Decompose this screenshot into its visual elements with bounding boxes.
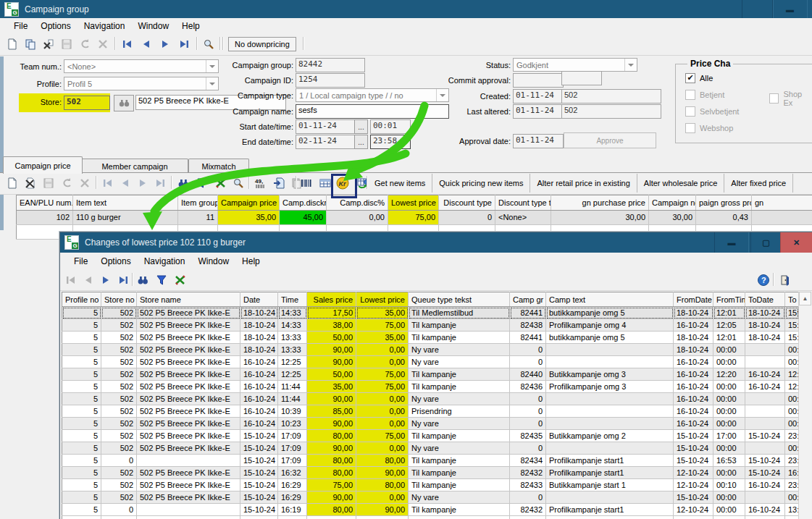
grid-cell[interactable]: 82433	[510, 479, 546, 491]
grid-cell[interactable]: 5	[62, 467, 101, 479]
grid-cell[interactable]: 18-10-24	[745, 319, 785, 332]
table-row[interactable]: 5502502 P5 Breece PK Ikke-E16-10-2411:44…	[62, 393, 799, 405]
grid-cell[interactable]: 15-10-24	[674, 442, 713, 455]
grid-cell[interactable]: 00:10	[713, 479, 745, 491]
delete-document-icon[interactable]	[22, 175, 38, 191]
table-row[interactable]: 5502502 P5 Breece PK Ikke-E15-10-2416:29…	[62, 479, 799, 491]
grid-cell[interactable]: 35,00	[218, 211, 280, 225]
grid-cell[interactable]	[356, 516, 409, 519]
grid-cell[interactable]: 0	[510, 344, 546, 356]
grid-cell[interactable]	[745, 491, 785, 504]
grid-cell[interactable]: 5	[62, 319, 101, 332]
grid-cell[interactable]: 16-10-24	[674, 356, 713, 368]
column-header-sales-price[interactable]: Sales price	[307, 292, 356, 307]
grid-cell[interactable]: 16-10-24	[745, 504, 785, 516]
grid-cell[interactable]: 17:09	[278, 442, 307, 455]
table-row[interactable]: 5502502 P5 Breece PK Ikke-E16-10-2412:25…	[62, 368, 799, 381]
grid-cell[interactable]	[745, 405, 785, 418]
grid-cell[interactable]: 502	[101, 479, 137, 491]
grid-cell[interactable]: 16:	[785, 467, 799, 479]
grid-cell[interactable]: Til Medlemstilbud	[409, 307, 510, 319]
grid-cell[interactable]: 15:	[785, 307, 799, 319]
grid-cell[interactable]: 0	[510, 418, 546, 430]
grid-cell[interactable]	[137, 516, 240, 519]
grid-cell[interactable]	[745, 418, 785, 430]
grid-cell[interactable]: 5	[62, 368, 101, 381]
grid-cell[interactable]: 11:44	[278, 381, 307, 393]
column-header-discount-type[interactable]: Discount type	[439, 195, 495, 211]
grid-cell[interactable]: Butikkampanje omg 3	[546, 368, 674, 381]
grid-cell[interactable]: 16-10-24	[745, 479, 785, 491]
grid-cell[interactable]	[409, 516, 510, 519]
profile-select[interactable]: Profil 5	[64, 77, 219, 90]
grid-cell[interactable]: 12:	[785, 368, 799, 381]
scroll-up-icon[interactable]: ▲	[799, 292, 811, 305]
grid-cell[interactable]: 16-10-24	[240, 381, 278, 393]
grid-cell[interactable]: 11	[178, 211, 218, 225]
grid-cell[interactable]: Til kampanje	[409, 455, 510, 467]
grid-cell[interactable]: 00:00	[713, 356, 745, 368]
grid-cell[interactable]: 00:00	[713, 442, 745, 455]
grid-cell[interactable]: 82440	[510, 368, 546, 381]
nav-last-icon[interactable]	[115, 272, 131, 288]
grid-cell[interactable]: 0	[510, 393, 546, 405]
grid-cell[interactable]: 502	[101, 430, 137, 442]
column-header-queue-type-tekst[interactable]: Queue type tekst	[409, 292, 510, 307]
grid-cell[interactable]: 82435	[510, 430, 546, 442]
grid-cell[interactable]: 15-10-24	[674, 491, 713, 504]
grid-cell[interactable]	[546, 405, 674, 418]
nav-next-icon[interactable]	[98, 272, 114, 288]
grid-cell[interactable]	[546, 442, 674, 455]
grid-cell[interactable]: 502	[101, 467, 137, 479]
grid-cell[interactable]: 0,00	[356, 393, 409, 405]
campaign-name-input[interactable]: sesfs	[296, 104, 449, 119]
grid-cell[interactable]: 00:00	[713, 393, 745, 405]
table-row[interactable]: 5502502 P5 Breece PK Ikke-E15-10-2417:09…	[62, 430, 799, 442]
grid-cell[interactable]: 13:33	[278, 344, 307, 356]
table-row[interactable]: 5502502 P5 Breece PK Ikke-E16-10-2412:25…	[62, 356, 799, 368]
price-tag-icon[interactable]: 49,	[252, 175, 268, 191]
grid-cell[interactable]: 502 P5 Breece PK Ikke-E	[137, 356, 240, 368]
grid-cell[interactable]: 90,00	[356, 467, 409, 479]
grid-cell[interactable]: 45,00	[280, 211, 327, 225]
grid-cell[interactable]: 23:	[785, 455, 799, 467]
grid-cell[interactable]: 5	[62, 307, 101, 319]
grid-cell[interactable]	[745, 442, 785, 455]
grid-cell[interactable]: 00:00	[713, 381, 745, 393]
grid-cell[interactable]: 502	[101, 307, 137, 319]
checkbox-box-icon[interactable]: ✔	[685, 73, 695, 83]
grid-cell[interactable]: 23:	[785, 430, 799, 442]
grid-cell[interactable]: 75,00	[356, 319, 409, 332]
table-row[interactable]: 5502502 P5 Breece PK Ikke-E15-10-2417:09…	[62, 442, 799, 455]
grid-cell[interactable]: 5	[62, 479, 101, 491]
table-row[interactable]: 5502502 P5 Breece PK Ikke-E18-10-2414:33…	[62, 319, 799, 332]
grid-cell[interactable]: 16:53	[713, 455, 745, 467]
grid-cell[interactable]: 16-10-24	[745, 381, 785, 393]
status-select[interactable]: Godkjent	[513, 58, 637, 72]
grid-cell[interactable]: Butikkampanje start 1	[546, 479, 674, 491]
grid-cell[interactable]	[62, 516, 101, 519]
column-header-profile-no[interactable]: Profile no	[62, 292, 101, 307]
filter-icon[interactable]	[154, 272, 169, 288]
grid-cell[interactable]: 82441	[510, 307, 546, 319]
grid-cell[interactable]: 12:	[785, 381, 799, 393]
alter-retail-price-in-existing-button[interactable]: Alter retail price in existing	[530, 174, 637, 193]
checkbox-selvbetjent[interactable]: Selvbetjent	[685, 106, 739, 117]
grid-cell[interactable]: 80,00	[307, 504, 356, 516]
table-row[interactable]: 5015-10-2417:0980,0080,00Til kampanje824…	[62, 455, 799, 467]
grid-cell[interactable]	[137, 455, 240, 467]
column-header-discount-type-text[interactable]: Discount type text	[495, 195, 551, 211]
grid-cell[interactable]: 00:00	[713, 405, 745, 418]
grid-cell[interactable]: 102	[17, 211, 73, 225]
grid-cell[interactable]	[546, 344, 674, 356]
new-document-icon[interactable]	[4, 175, 20, 191]
column-header-gn[interactable]: gn	[752, 195, 812, 211]
grid-cell[interactable]: 16-10-24	[240, 356, 278, 368]
grid-cell[interactable]: 502 P5 Breece PK Ikke-E	[137, 381, 240, 393]
grid-cell[interactable]: 502 P5 Breece PK Ikke-E	[137, 418, 240, 430]
grid-cell[interactable]: 15-10-24	[674, 430, 713, 442]
approve-button[interactable]: Approve	[564, 132, 656, 148]
column-header-campaign-net[interactable]: Campaign net	[649, 195, 696, 211]
grid-cell[interactable]: 5	[62, 491, 101, 504]
grid-cell[interactable]: Til kampanje	[409, 479, 510, 491]
